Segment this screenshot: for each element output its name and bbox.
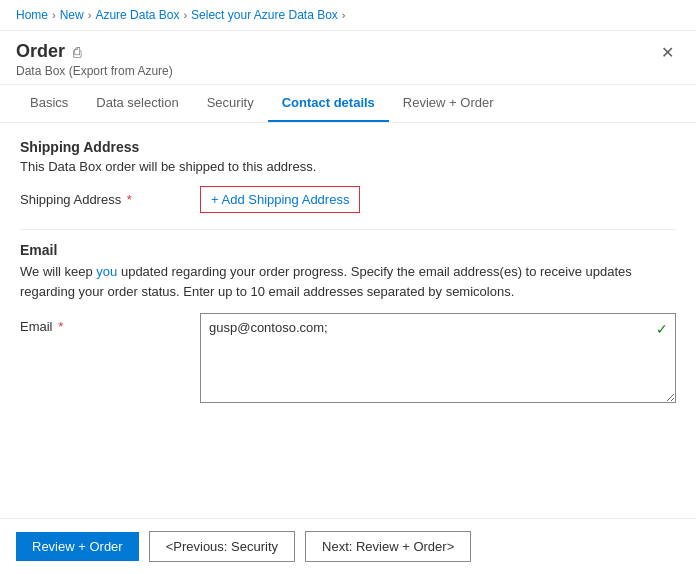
print-icon[interactable]: ⎙ — [73, 44, 81, 60]
tab-review-order[interactable]: Review + Order — [389, 85, 508, 122]
email-textarea-wrap: ✓ — [200, 313, 676, 406]
email-control: ✓ — [200, 313, 676, 406]
tab-security[interactable]: Security — [193, 85, 268, 122]
shipping-section-title: Shipping Address — [20, 139, 676, 155]
breadcrumb-sep-3: › — [183, 9, 187, 21]
breadcrumb-sep-2: › — [88, 9, 92, 21]
breadcrumb-home[interactable]: Home — [16, 8, 48, 22]
tabs-container: Basics Data selection Security Contact d… — [0, 85, 696, 123]
required-star-email: * — [55, 319, 64, 334]
breadcrumb-azure-data-box[interactable]: Azure Data Box — [95, 8, 179, 22]
panel-subtitle: Data Box (Export from Azure) — [16, 64, 173, 78]
footer: Review + Order <Previous: Security Next:… — [0, 518, 696, 574]
email-section-title: Email — [20, 242, 676, 258]
panel-title-area: Order ⎙ Data Box (Export from Azure) — [16, 41, 173, 78]
tab-basics[interactable]: Basics — [16, 85, 82, 122]
panel-header: Order ⎙ Data Box (Export from Azure) ✕ — [0, 31, 696, 85]
review-order-button[interactable]: Review + Order — [16, 532, 139, 561]
next-review-order-button[interactable]: Next: Review + Order> — [305, 531, 471, 562]
breadcrumb-sep-1: › — [52, 9, 56, 21]
breadcrumb-new[interactable]: New — [60, 8, 84, 22]
shipping-section-desc: This Data Box order will be shipped to t… — [20, 159, 676, 174]
breadcrumb-sep-4: › — [342, 9, 346, 21]
breadcrumb: Home › New › Azure Data Box › Select you… — [0, 0, 696, 31]
tab-contact-details[interactable]: Contact details — [268, 85, 389, 122]
shipping-address-control: + Add Shipping Address — [200, 186, 676, 213]
section-divider — [20, 229, 676, 230]
previous-security-button[interactable]: <Previous: Security — [149, 531, 295, 562]
email-valid-icon: ✓ — [656, 321, 668, 337]
email-section-desc: We will keep you updated regarding your … — [20, 262, 676, 301]
main-content: Shipping Address This Data Box order wil… — [0, 123, 696, 438]
shipping-address-row: Shipping Address * + Add Shipping Addres… — [20, 186, 676, 213]
required-star-shipping: * — [123, 192, 132, 207]
tab-data-selection[interactable]: Data selection — [82, 85, 192, 122]
panel-title-row: Order ⎙ — [16, 41, 173, 62]
email-label: Email * — [20, 313, 200, 334]
email-row: Email * ✓ — [20, 313, 676, 406]
shipping-address-label: Shipping Address * — [20, 186, 200, 207]
close-button[interactable]: ✕ — [655, 41, 680, 64]
email-input[interactable] — [200, 313, 676, 403]
breadcrumb-select-data-box[interactable]: Select your Azure Data Box — [191, 8, 338, 22]
page-title: Order — [16, 41, 65, 62]
add-shipping-address-button[interactable]: + Add Shipping Address — [200, 186, 360, 213]
email-section: Email We will keep you updated regarding… — [20, 242, 676, 406]
email-highlight: you — [96, 264, 117, 279]
